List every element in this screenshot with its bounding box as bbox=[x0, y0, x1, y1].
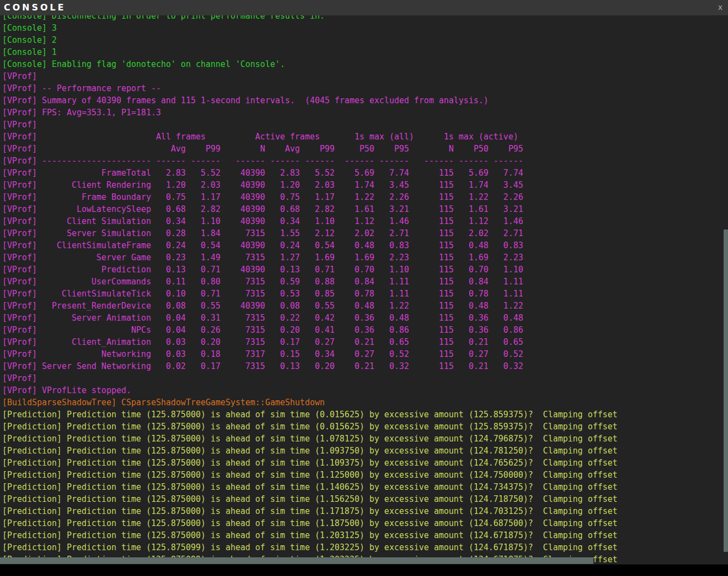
console-line: [BuildSparseShadowTree] CSparseShadowTre… bbox=[2, 396, 618, 409]
console-line: [Prediction] Prediction time (125.875000… bbox=[2, 481, 618, 493]
console-titlebar: CONSOLE x bbox=[0, 0, 728, 15]
console-line: [VProf] -- Performance report -- bbox=[2, 82, 618, 94]
console-line: [VProf] UserCommands 0.11 0.80 7315 0.59… bbox=[2, 276, 618, 288]
console-line: [Prediction] Prediction time (125.875000… bbox=[2, 445, 618, 457]
console-line: [VProf] bbox=[2, 119, 618, 131]
console-line: [Prediction] Prediction time (125.875000… bbox=[2, 469, 618, 481]
console-line: [Prediction] Prediction time (125.875000… bbox=[2, 493, 618, 505]
horizontal-scrollbar-thumb[interactable] bbox=[0, 557, 593, 564]
console-line: [Prediction] Prediction time (125.875000… bbox=[2, 505, 618, 517]
console-line: [VProf] Client Rendering 1.20 2.03 40390… bbox=[2, 179, 618, 191]
console-lines: [Console] Disconnecting in order to prin… bbox=[2, 15, 618, 564]
console-output[interactable]: [Console] Disconnecting in order to prin… bbox=[0, 15, 728, 564]
console-window: CONSOLE x [Console] Disconnecting in ord… bbox=[0, 0, 728, 576]
console-line: [VProf] Present_RenderDevice 0.08 0.55 4… bbox=[2, 300, 618, 312]
console-line: [VProf] bbox=[2, 372, 618, 384]
console-line: [VProf] Server Send Networking 0.02 0.17… bbox=[2, 360, 618, 372]
console-line: [VProf] Server Simulation 0.28 1.84 7315… bbox=[2, 227, 618, 239]
vertical-scrollbar-thumb[interactable] bbox=[724, 230, 728, 552]
console-line: [VProf] Client_Animation 0.03 0.20 7315 … bbox=[2, 336, 618, 348]
console-line: [Console] 3 bbox=[2, 22, 618, 34]
console-line: [VProf] LowLatencySleep 0.68 2.82 40390 … bbox=[2, 203, 618, 215]
console-line: [Prediction] Prediction time (125.875000… bbox=[2, 409, 618, 421]
console-line: [Prediction] Prediction time (125.875000… bbox=[2, 421, 618, 433]
console-line: [VProf] VProfLite stopped. bbox=[2, 384, 618, 396]
console-line: [Console] 1 bbox=[2, 46, 618, 58]
console-line: [VProf] bbox=[2, 70, 618, 82]
console-title: CONSOLE bbox=[4, 2, 66, 13]
console-line: [VProf] Avg P99 N Avg P99 P50 P95 N P50 … bbox=[2, 143, 618, 155]
console-line: [VProf] Client Simulation 0.34 1.10 4039… bbox=[2, 215, 618, 227]
console-line: [VProf] ---------------------- ------ --… bbox=[2, 155, 618, 167]
console-line: [Prediction] Prediction time (125.875000… bbox=[2, 457, 618, 469]
console-line: [VProf] Server Game 0.23 1.49 7315 1.27 … bbox=[2, 251, 618, 264]
console-line: [VProf] Summary of 40390 frames and 115 … bbox=[2, 94, 618, 107]
console-line: [Prediction] Prediction time (125.875099… bbox=[2, 541, 618, 553]
console-input-area[interactable] bbox=[0, 564, 728, 576]
console-line: [VProf] Server Animation 0.04 0.31 7315 … bbox=[2, 312, 618, 324]
console-line: [Prediction] Prediction time (125.875000… bbox=[2, 517, 618, 529]
console-line: [VProf] ClientSimulateFrame 0.24 0.54 40… bbox=[2, 239, 618, 251]
console-line: [VProf] ClientSimulateTick 0.10 0.71 731… bbox=[2, 288, 618, 300]
close-icon[interactable]: x bbox=[718, 3, 723, 12]
console-line: [VProf] FrameTotal 2.83 5.52 40390 2.83 … bbox=[2, 167, 618, 179]
console-line: [Console] Enabling flag 'donotecho' on c… bbox=[2, 58, 618, 70]
console-line: [Prediction] Prediction time (125.875000… bbox=[2, 433, 618, 445]
console-line: [Console] 2 bbox=[2, 34, 618, 46]
console-line: [VProf] Prediction 0.13 0.71 40390 0.13 … bbox=[2, 264, 618, 276]
console-line: [VProf] Networking 0.03 0.18 7317 0.15 0… bbox=[2, 348, 618, 360]
console-line: [VProf] Frame Boundary 0.75 1.17 40390 0… bbox=[2, 191, 618, 203]
console-line: [VProf] NPCs 0.04 0.26 7315 0.20 0.41 0.… bbox=[2, 324, 618, 336]
console-line: [VProf] FPS: Avg=353.1, P1=181.3 bbox=[2, 107, 618, 119]
console-line: [Prediction] Prediction time (125.875000… bbox=[2, 529, 618, 541]
console-line: [Console] Disconnecting in order to prin… bbox=[2, 15, 618, 22]
console-line: [VProf] All frames Active frames 1s max … bbox=[2, 131, 618, 143]
